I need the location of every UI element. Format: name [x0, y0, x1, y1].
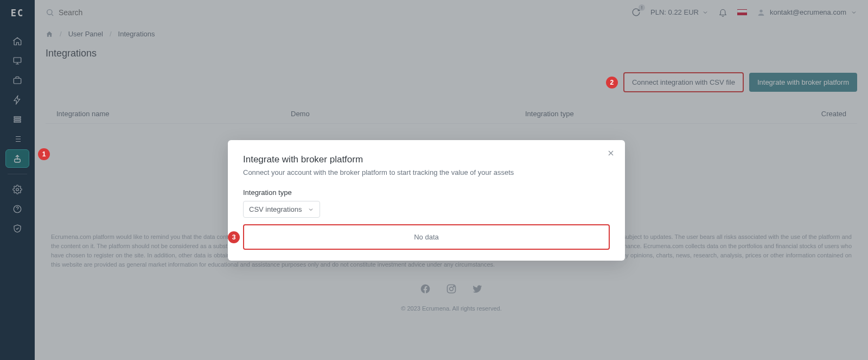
close-icon: [607, 149, 615, 157]
no-data-panel: 3 No data: [243, 224, 610, 250]
modal-title: Integrate with broker platform: [243, 154, 610, 165]
integration-type-select[interactable]: CSV integrations: [243, 201, 320, 218]
callout-badge-2: 2: [606, 77, 618, 89]
modal-subtitle: Connect your account with the broker pla…: [243, 168, 610, 176]
integrate-broker-modal: Integrate with broker platform Connect y…: [228, 140, 625, 261]
modal-close-button[interactable]: [607, 149, 615, 157]
callout-badge-3: 3: [228, 231, 240, 243]
chevron-down-icon: [308, 206, 314, 213]
select-value: CSV integrations: [249, 205, 302, 213]
callout-badge-1: 1: [38, 148, 50, 160]
integration-type-label: Integration type: [243, 188, 610, 197]
no-data-text: No data: [414, 233, 439, 241]
